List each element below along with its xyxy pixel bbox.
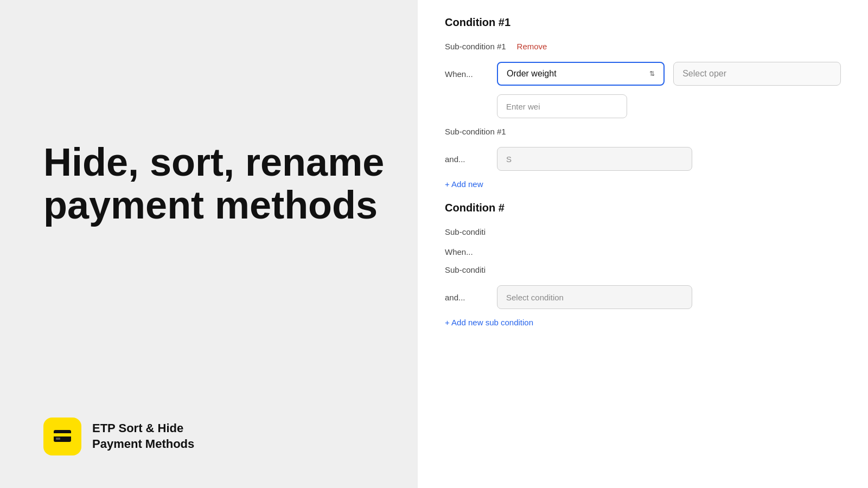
- sub-condition-2-header: Sub-conditi: [445, 227, 841, 236]
- and-select-2-placeholder: Select condition: [506, 293, 564, 302]
- and-row-1: and... S: [445, 147, 841, 171]
- condition-2-section: Condition # Sub-conditi When... Sub-cond…: [445, 202, 841, 327]
- and-label-1: and...: [445, 155, 488, 164]
- brand-area: ETP Sort & Hide Payment Methods: [43, 418, 385, 455]
- add-new-link[interactable]: + Add new: [445, 179, 841, 189]
- when-label-1: When...: [445, 69, 488, 79]
- svg-rect-1: [54, 433, 71, 436]
- and-select-2[interactable]: Select condition: [497, 285, 692, 309]
- hero-text: Hide, sort, rename payment methods: [43, 141, 385, 227]
- selected-condition-value: Order weight: [507, 69, 557, 79]
- and-select-dropdown[interactable]: S: [497, 147, 692, 171]
- sub-condition-1-header: Sub-condition #1 Remove: [445, 42, 841, 51]
- when-row-1: When... Order weight ⇅ Select oper: [445, 62, 841, 86]
- enter-weight-row: Enter wei: [497, 94, 841, 118]
- when-row-2: When...: [445, 247, 841, 256]
- remove-button[interactable]: Remove: [517, 42, 547, 51]
- when-label-2: When...: [445, 247, 488, 256]
- sub-condition-2-bottom: Sub-conditi: [445, 265, 841, 274]
- hero-section: Hide, sort, rename payment methods: [43, 33, 385, 227]
- chevron-updown-icon: ⇅: [649, 70, 655, 78]
- sub-condition-2-label: Sub-conditi: [445, 227, 486, 236]
- add-new-sub-condition-link[interactable]: + Add new sub condition: [445, 318, 841, 327]
- brand-name-line1: ETP Sort & Hide: [92, 421, 194, 436]
- condition-1-title: Condition #1: [445, 16, 841, 29]
- and-label-2: and...: [445, 293, 488, 302]
- and-row-2: and... Select condition: [445, 285, 841, 309]
- add-new-sub-condition-text: + Add new sub condition: [445, 318, 533, 327]
- sub-condition-1-bottom: Sub-condition #1: [445, 127, 841, 136]
- brand-logo-icon: [52, 426, 73, 447]
- sub-condition-1-label: Sub-condition #1: [445, 42, 506, 51]
- sub-condition-2-bottom-label: Sub-conditi: [445, 265, 486, 274]
- enter-weight-placeholder: Enter wei: [506, 102, 540, 111]
- right-panel: Condition #1 Sub-condition #1 Remove Whe…: [418, 0, 868, 488]
- svg-rect-2: [56, 438, 60, 440]
- and-select-placeholder: S: [506, 155, 512, 164]
- condition-2-title: Condition #: [445, 202, 841, 214]
- operator-select-dropdown[interactable]: Select oper: [673, 62, 841, 86]
- enter-weight-input[interactable]: Enter wei: [497, 94, 627, 118]
- condition-select-dropdown[interactable]: Order weight ⇅: [497, 62, 665, 86]
- left-panel: Hide, sort, rename payment methods ETP S…: [0, 0, 418, 488]
- add-new-text: + Add new: [445, 179, 483, 189]
- operator-placeholder: Select oper: [682, 69, 726, 79]
- sub-condition-bottom-label: Sub-condition #1: [445, 127, 506, 136]
- brand-icon: [43, 418, 81, 455]
- brand-text: ETP Sort & Hide Payment Methods: [92, 421, 194, 452]
- brand-name-line2: Payment Methods: [92, 436, 194, 452]
